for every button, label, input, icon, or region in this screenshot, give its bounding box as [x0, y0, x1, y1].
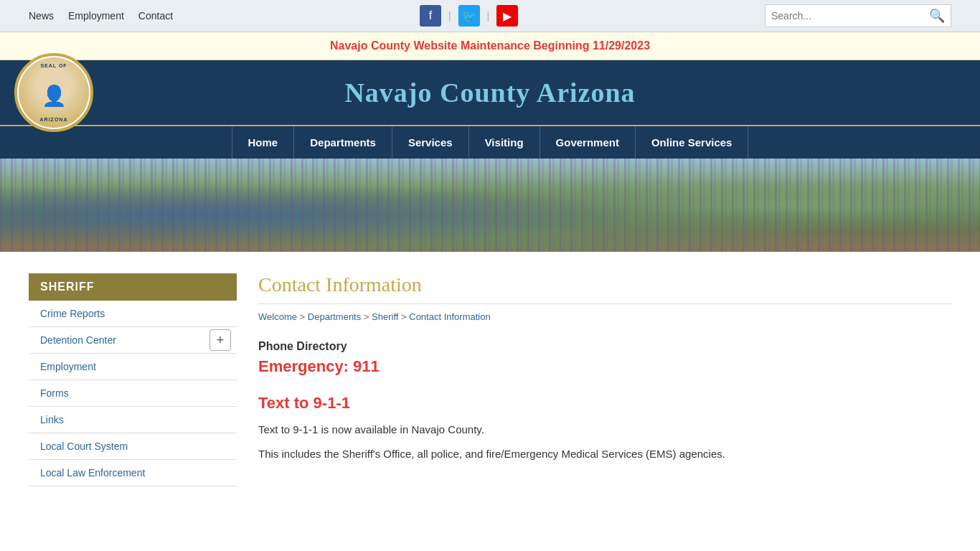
sidebar-detention-center[interactable]: Detention Center	[29, 327, 209, 353]
nav-government[interactable]: Government	[540, 126, 636, 159]
hero-flowers	[0, 159, 980, 252]
facebook-icon[interactable]: f	[420, 5, 441, 27]
breadcrumb: Welcome > Departments > Sheriff > Contac…	[258, 311, 951, 322]
main-nav: Home Departments Services Visiting Gover…	[0, 125, 980, 159]
announcement-link[interactable]: Navajo County Website Maintenance Beginn…	[330, 39, 650, 52]
nav-services[interactable]: Services	[392, 126, 469, 159]
hero-image	[0, 159, 980, 252]
sidebar-employment[interactable]: Employment	[29, 354, 237, 380]
breadcrumb-sheriff[interactable]: Sheriff	[372, 311, 398, 322]
sidebar-links[interactable]: Links	[29, 407, 237, 433]
youtube-icon[interactable]: ▶	[496, 5, 518, 27]
seal-text-top: SEAL OF	[40, 63, 67, 68]
search-input[interactable]	[771, 10, 929, 22]
nav-news[interactable]: News	[29, 10, 54, 22]
twitter-icon[interactable]: 🐦	[458, 5, 480, 27]
logo-circle: SEAL OF 👤 ARIZONA	[14, 53, 93, 132]
content-area: SHERIFF Crime Reports Detention Center +…	[0, 252, 980, 508]
sidebar-crime-reports[interactable]: Crime Reports	[29, 301, 237, 326]
phone-directory-label: Phone Directory	[258, 340, 951, 353]
list-item: Local Court System	[29, 433, 237, 460]
search-button[interactable]: 🔍	[929, 8, 945, 24]
nav-online-services[interactable]: Online Services	[636, 126, 749, 159]
logo-inner: SEAL OF 👤 ARIZONA	[19, 57, 89, 128]
divider1: |	[448, 10, 451, 22]
seal-figure: 👤	[42, 84, 67, 108]
seal-text-bottom: ARIZONA	[40, 117, 68, 122]
breadcrumb-sep3: >	[401, 311, 409, 322]
breadcrumb-welcome[interactable]: Welcome	[258, 311, 297, 322]
site-header: SEAL OF 👤 ARIZONA Navajo County Arizona	[0, 60, 980, 125]
expand-button[interactable]: +	[209, 329, 231, 351]
nav-visiting[interactable]: Visiting	[469, 126, 540, 159]
main-content: Contact Information Welcome > Department…	[258, 273, 951, 486]
breadcrumb-current[interactable]: Contact Information	[409, 311, 490, 322]
top-bar: News Employment Contact f | 🐦 | ▶ 🔍	[0, 0, 980, 32]
list-item: Crime Reports	[29, 301, 237, 327]
nav-contact[interactable]: Contact	[138, 10, 173, 22]
logo-wrap: SEAL OF 👤 ARIZONA	[14, 53, 93, 132]
text-to-911-body1: Text to 9-1-1 is now available in Navajo…	[258, 421, 951, 438]
sidebar-local-law-enforcement[interactable]: Local Law Enforcement	[29, 460, 237, 486]
social-icons: f | 🐦 | ▶	[420, 5, 518, 27]
sidebar-header: SHERIFF	[29, 273, 237, 301]
sidebar: SHERIFF Crime Reports Detention Center +…	[29, 273, 237, 486]
breadcrumb-sep2: >	[364, 311, 372, 322]
list-item: Links	[29, 407, 237, 433]
text-to-911-title: Text to 9-1-1	[258, 394, 951, 413]
breadcrumb-departments[interactable]: Departments	[308, 311, 361, 322]
sidebar-forms[interactable]: Forms	[29, 380, 237, 406]
top-nav: News Employment Contact	[29, 10, 173, 22]
list-item: Forms	[29, 380, 237, 407]
sidebar-local-court-system[interactable]: Local Court System	[29, 433, 237, 459]
page-title: Contact Information	[258, 273, 951, 304]
site-title: Navajo County Arizona	[344, 77, 635, 108]
text-to-911-body2: This includes the Sheriff's Office, all …	[258, 446, 951, 463]
list-item: Local Law Enforcement	[29, 460, 237, 486]
announcement-bar: Navajo County Website Maintenance Beginn…	[0, 32, 980, 60]
list-item: Employment	[29, 354, 237, 380]
nav-employment[interactable]: Employment	[68, 10, 124, 22]
search-area: 🔍	[765, 4, 951, 27]
emergency-text: Emergency: 911	[258, 357, 951, 376]
list-item: Detention Center +	[29, 327, 237, 354]
divider2: |	[487, 10, 490, 22]
nav-home[interactable]: Home	[232, 126, 295, 159]
nav-departments[interactable]: Departments	[294, 126, 392, 159]
breadcrumb-sep1: >	[300, 311, 308, 322]
